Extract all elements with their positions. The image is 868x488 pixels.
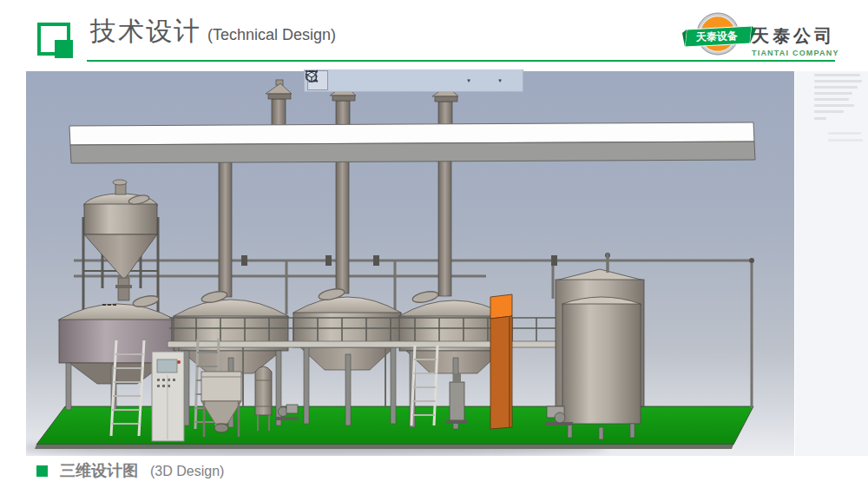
caption-zh: 三维设计图 xyxy=(60,460,138,481)
control-cabinet xyxy=(152,352,184,441)
blurred-text-line xyxy=(814,110,844,113)
display-style-caret[interactable]: ▾ xyxy=(465,77,472,84)
slide-title-icon-fill xyxy=(55,40,73,58)
zoom-in-out-button[interactable] xyxy=(375,70,396,90)
blurred-text-line xyxy=(814,104,854,107)
steam-duct xyxy=(69,122,755,163)
page-title-zh: 技术设计 xyxy=(90,14,201,49)
agitator-unit xyxy=(446,373,468,424)
3d-model-view[interactable]: ▾ ▾ xyxy=(26,71,794,456)
cad-screenshot: ▾ ▾ xyxy=(26,71,868,456)
display-style-button[interactable] xyxy=(443,70,464,90)
blurred-text-line xyxy=(814,117,826,120)
blurred-text-line xyxy=(814,86,858,89)
page-title-en: (Technical Design) xyxy=(207,26,336,44)
orange-column xyxy=(490,294,512,429)
blurred-text-line xyxy=(814,74,860,76)
company-medal-icon: 天泰设备 xyxy=(679,9,757,59)
blurred-text-line xyxy=(814,80,862,82)
company-logo: 天泰设备 天泰公司 TIANTAI COMPANY xyxy=(679,9,861,59)
company-name-en: TIANTAI COMPANY xyxy=(752,49,839,57)
storage-tank-front xyxy=(562,297,641,439)
blurred-text-line xyxy=(814,92,852,95)
rotate-tool-button[interactable] xyxy=(352,70,373,90)
view-cube-icon xyxy=(305,69,319,83)
cad-side-panel xyxy=(795,71,868,456)
page-title: 技术设计 (Technical Design) xyxy=(90,14,336,49)
caption-en: (3D Design) xyxy=(150,464,224,479)
3d-brewery-scene xyxy=(26,71,794,456)
cad-view-toolbar: ▾ ▾ xyxy=(304,69,523,92)
caption: 三维设计图 (3D Design) xyxy=(36,460,224,481)
zoom-to-area-button[interactable] xyxy=(398,70,418,90)
view-orientation-caret[interactable]: ▾ xyxy=(496,77,503,84)
company-name-zh: 天泰公司 xyxy=(752,24,839,48)
blurred-text-line xyxy=(828,132,861,135)
blurred-text-line xyxy=(828,139,863,142)
zoom-to-fit-button[interactable] xyxy=(420,70,441,90)
view-orientation-button[interactable] xyxy=(474,70,495,90)
blurred-text-line xyxy=(814,98,849,101)
pan-tool-button[interactable] xyxy=(330,70,351,90)
header-underline xyxy=(87,60,835,62)
caption-bullet xyxy=(36,465,48,477)
medal-badge-text: 天泰设备 xyxy=(695,30,738,43)
